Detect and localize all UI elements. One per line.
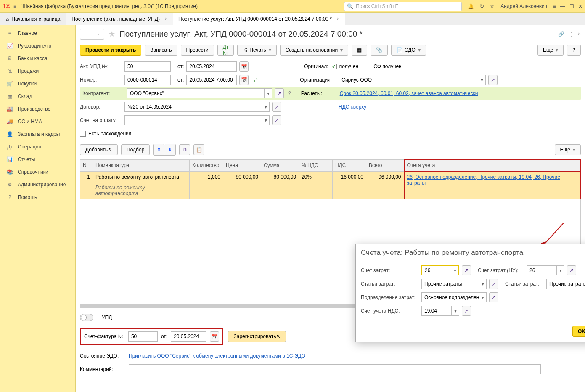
nav-catalogs[interactable]: 📚Справочники [0, 166, 75, 178]
calendar-icon[interactable]: 📅 [210, 331, 219, 342]
tab-close-icon[interactable]: × [337, 16, 340, 22]
favorite-star-icon[interactable]: ★ [109, 29, 115, 39]
chevron-down-icon[interactable]: ▾ [451, 306, 459, 315]
comment-input[interactable] [129, 364, 541, 374]
upd-toggle[interactable] [80, 314, 93, 321]
add-button[interactable]: Добавить↖ [80, 144, 118, 155]
select-button[interactable]: Подбор [121, 144, 150, 155]
chevron-down-icon[interactable]: ▾ [479, 293, 486, 302]
nav-admin[interactable]: ⚙Администрирование [0, 178, 75, 191]
act-date-input[interactable]: 20.05.2024 [186, 61, 237, 72]
org-select[interactable]: Сириус ООО▾ [339, 75, 486, 85]
table-row[interactable]: 1 Работы по ремонту автотранспорта Работ… [80, 171, 581, 199]
open-icon[interactable]: ↗ [272, 102, 281, 112]
cost-acc-nu-input[interactable]: 26▾ [527, 265, 564, 275]
edo-button[interactable]: 📄ЭДО▾ [391, 45, 426, 56]
chevron-down-icon[interactable]: ▾ [451, 266, 458, 275]
col-total[interactable]: Всего [366, 159, 404, 171]
move-down-icon[interactable]: ⬇ [164, 144, 175, 155]
nav-forward-button[interactable]: → [92, 29, 104, 39]
create-based-button[interactable]: Создать на основании▾ [280, 45, 349, 56]
attach-button[interactable]: 📎 [371, 45, 388, 56]
cost-acc-input[interactable]: 26▾ [421, 265, 459, 275]
scan-button[interactable]: ▦ [352, 45, 367, 56]
nav-manager[interactable]: 📈Руководителю [0, 40, 75, 52]
user-name[interactable]: Андрей Алексеевич [500, 3, 547, 9]
post-and-close-button[interactable]: Провести и закрыть [80, 45, 141, 56]
table-more-button[interactable]: Еще▾ [555, 144, 581, 155]
cell-qty[interactable]: 1,000 [190, 171, 223, 199]
col-n[interactable]: N [80, 159, 93, 171]
paste-icon[interactable]: 📋 [193, 144, 204, 155]
close-icon[interactable]: ✕ [578, 3, 582, 9]
calendar-icon[interactable]: 📅 [239, 75, 249, 85]
discrepancy-checkbox[interactable] [80, 131, 86, 137]
dept-input[interactable]: Основное подразделение▾ [421, 292, 487, 302]
nav-bank[interactable]: ₽Банк и касса [0, 52, 75, 65]
open-icon[interactable]: ↗ [272, 115, 281, 125]
kebab-icon[interactable]: ⋮ [569, 31, 574, 37]
invoice-no-input[interactable]: 50 [128, 331, 158, 342]
copy-icon[interactable]: ⧉ [179, 144, 190, 155]
print-button[interactable]: 🖨Печать▾ [237, 45, 276, 56]
move-up-icon[interactable]: ⬆ [154, 144, 164, 155]
cell-sum[interactable]: 80 000,00 [261, 171, 299, 199]
dtkt-button[interactable]: ДтКт [217, 45, 234, 56]
open-icon[interactable]: ↗ [462, 265, 471, 275]
nav-back-button[interactable]: ← [80, 29, 92, 39]
ok-button[interactable]: OK [572, 326, 585, 337]
sync-icon[interactable]: ⇄ [254, 77, 258, 83]
cell-price[interactable]: 80 000,00 [223, 171, 261, 199]
invoice-date-input[interactable]: 20.05.2024 [171, 331, 206, 342]
nav-sales[interactable]: 🛍Продажи [0, 65, 75, 77]
settings-icon[interactable]: ≡ [553, 3, 556, 9]
write-button[interactable]: Записать [145, 45, 177, 56]
chevron-down-icon[interactable]: ▾ [264, 89, 272, 98]
col-vat[interactable]: НДС [333, 159, 366, 171]
vat-mode-link[interactable]: НДС сверху [339, 104, 366, 110]
history-icon[interactable]: ↻ [480, 3, 484, 9]
nav-purchases[interactable]: 🛒Покупки [0, 77, 75, 90]
cell-nomen[interactable]: Работы по ремонту автотранспорта Работы … [93, 171, 190, 199]
open-icon[interactable]: ↗ [275, 88, 284, 98]
post-button[interactable]: Провести [181, 45, 214, 56]
edo-invite-link[interactable]: Пригласить ООО "Сервис" к обмену электро… [129, 353, 305, 359]
maximize-icon[interactable]: ☐ [569, 3, 574, 9]
col-accounts[interactable]: Счета учета [404, 159, 581, 171]
col-price[interactable]: Цена [223, 159, 261, 171]
vat-acc-input[interactable]: 19.04▾ [421, 306, 459, 316]
nav-warehouse[interactable]: ▦Склад [0, 90, 75, 103]
col-nomen[interactable]: Номенклатура [93, 159, 190, 171]
global-search[interactable]: 🔍 Поиск Ctrl+Shift+F [344, 2, 462, 11]
tab-receipts-list[interactable]: Поступление (акты, накладные, УПД) × [66, 13, 173, 25]
open-icon[interactable]: ↗ [488, 75, 498, 85]
star-icon[interactable]: ☆ [490, 3, 495, 9]
received-checkbox[interactable] [331, 64, 337, 69]
nav-hr[interactable]: 👤Зарплата и кадры [0, 128, 75, 140]
chevron-down-icon[interactable]: ▾ [262, 116, 269, 125]
more-button[interactable]: Еще▾ [537, 45, 564, 56]
chevron-down-icon[interactable]: ▾ [556, 266, 564, 275]
open-icon[interactable]: ↗ [489, 279, 498, 289]
bell-icon[interactable]: 🔔 [468, 3, 474, 9]
chevron-down-icon[interactable]: ▾ [479, 279, 486, 289]
col-qty[interactable]: Количество [190, 159, 223, 171]
cell-accounts[interactable]: 26, Основное подразделение, Прочие затра… [404, 171, 581, 199]
cell-vat-pct[interactable]: 20% [299, 171, 333, 199]
chevron-down-icon[interactable]: ▾ [262, 102, 269, 111]
chevron-down-icon[interactable]: ▾ [478, 75, 485, 85]
info-icon[interactable]: ? [288, 90, 291, 96]
number-input[interactable]: 0000-000014 [124, 75, 171, 85]
cell-vat[interactable]: 16 000,00 [333, 171, 366, 199]
main-menu-icon[interactable]: ≡ [13, 3, 16, 9]
nav-production[interactable]: 🏭Производство [0, 103, 75, 115]
col-sum[interactable]: Сумма [261, 159, 299, 171]
number-datetime-input[interactable]: 20.05.2024 7:00:00 [186, 75, 237, 85]
register-invoice-button[interactable]: Зарегистрировать↖ [228, 331, 286, 342]
nav-operations[interactable]: ДтОперации [0, 140, 75, 153]
help-button[interactable]: ? [567, 45, 581, 56]
nav-reports[interactable]: 📊Отчеты [0, 153, 75, 166]
calendar-icon[interactable]: 📅 [239, 61, 249, 72]
sf-received-checkbox[interactable] [365, 64, 371, 69]
close-doc-icon[interactable]: × [578, 31, 581, 37]
